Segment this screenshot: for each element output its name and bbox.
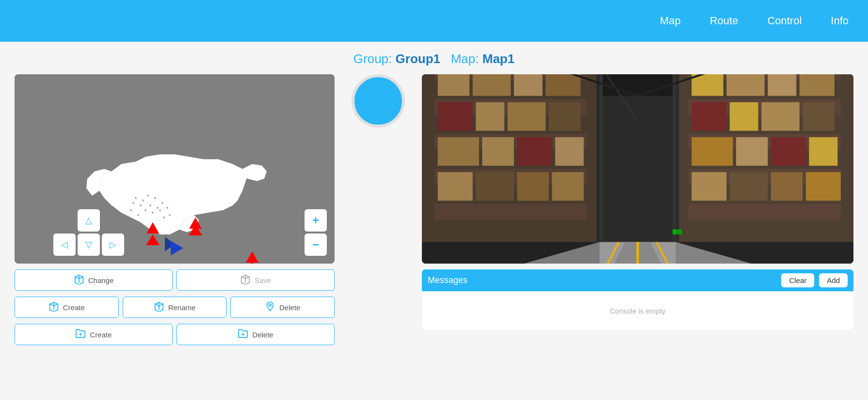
messages-body: Console is empty	[422, 291, 853, 330]
svg-point-11	[157, 207, 159, 209]
delete-folder-button[interactable]: Delete	[177, 324, 335, 345]
location-icon	[265, 301, 275, 314]
svg-point-18	[159, 209, 161, 211]
svg-point-6	[137, 214, 139, 216]
robot-indicator	[352, 74, 405, 128]
map-navigation: △ ◁ ▽ ▷	[53, 209, 124, 256]
delete-map-label: Delete	[279, 303, 300, 312]
action-row-1: Change Save	[15, 269, 335, 291]
svg-point-17	[154, 197, 156, 199]
nav-left-button[interactable]: ◁	[53, 233, 76, 256]
map-icon-3	[48, 301, 59, 314]
svg-point-10	[152, 212, 154, 214]
main-content: △ ◁ ▽ ▷ + −	[0, 74, 868, 355]
messages-panel: Messages Clear Add Console is empty	[422, 269, 853, 330]
map-icon-1	[74, 274, 84, 287]
map-icon-4	[154, 301, 164, 314]
map-value: Map1	[482, 51, 514, 66]
zoom-out-button[interactable]: −	[305, 233, 327, 256]
svg-point-20	[169, 214, 171, 216]
svg-point-21	[163, 217, 165, 218]
camera-view	[422, 74, 853, 264]
middle-area	[349, 74, 407, 157]
nav-route[interactable]: Route	[710, 15, 739, 27]
create-map-label: Create	[63, 303, 85, 312]
svg-point-15	[142, 200, 144, 201]
rename-label: Rename	[168, 303, 196, 312]
svg-point-8	[140, 204, 142, 206]
delete-folder-label: Delete	[252, 331, 273, 339]
svg-point-16	[147, 195, 149, 197]
messages-header: Messages Clear Add	[422, 269, 853, 291]
warehouse-image	[422, 74, 853, 264]
group-value: Group1	[396, 51, 440, 66]
nav-down-button[interactable]: ▽	[78, 233, 100, 256]
svg-point-32	[269, 303, 272, 306]
nav-control[interactable]: Control	[767, 15, 802, 27]
nav-menu: Map Route Control Info	[660, 15, 849, 27]
map-label: Map:	[451, 51, 479, 66]
nav-info[interactable]: Info	[831, 15, 849, 27]
svg-point-13	[132, 202, 134, 204]
svg-point-7	[145, 209, 146, 211]
left-panel: △ ◁ ▽ ▷ + −	[15, 74, 335, 345]
save-label: Save	[255, 276, 271, 284]
change-button[interactable]: Change	[15, 269, 173, 291]
right-panel: Messages Clear Add Console is empty	[422, 74, 853, 330]
add-button[interactable]: Add	[819, 273, 848, 287]
map-icon-2	[240, 274, 251, 287]
console-empty-text: Console is empty	[610, 307, 665, 315]
rename-button[interactable]: Rename	[123, 297, 227, 318]
map-zoom: + −	[305, 209, 327, 256]
svg-point-14	[135, 197, 137, 199]
map-canvas: △ ◁ ▽ ▷ + −	[15, 74, 335, 264]
delete-map-button[interactable]: Delete	[230, 297, 335, 318]
svg-point-9	[149, 204, 151, 206]
svg-rect-98	[676, 74, 853, 264]
save-button[interactable]: Save	[177, 269, 335, 291]
svg-rect-97	[422, 74, 599, 264]
header: Map Route Control Info	[0, 0, 868, 42]
svg-point-19	[166, 207, 168, 209]
action-row-2: Create Rename	[15, 297, 335, 318]
action-row-3: Create Delete	[15, 324, 335, 345]
group-label: Group:	[354, 51, 392, 66]
folder-plus-icon-2	[238, 328, 248, 341]
messages-title: Messages	[428, 275, 776, 285]
svg-point-5	[130, 209, 132, 211]
folder-plus-icon-1	[75, 328, 86, 341]
nav-map[interactable]: Map	[660, 15, 681, 27]
page-title: Group: Group1 Map: Map1	[0, 51, 868, 67]
nav-up-button[interactable]: △	[78, 209, 100, 232]
change-label: Change	[88, 276, 114, 284]
create-folder-button[interactable]: Create	[15, 324, 173, 345]
create-folder-label: Create	[90, 331, 112, 339]
zoom-in-button[interactable]: +	[305, 209, 327, 232]
clear-button[interactable]: Clear	[781, 273, 814, 287]
svg-point-12	[161, 202, 163, 204]
create-map-button[interactable]: Create	[15, 297, 119, 318]
nav-right-button[interactable]: ▷	[102, 233, 124, 256]
